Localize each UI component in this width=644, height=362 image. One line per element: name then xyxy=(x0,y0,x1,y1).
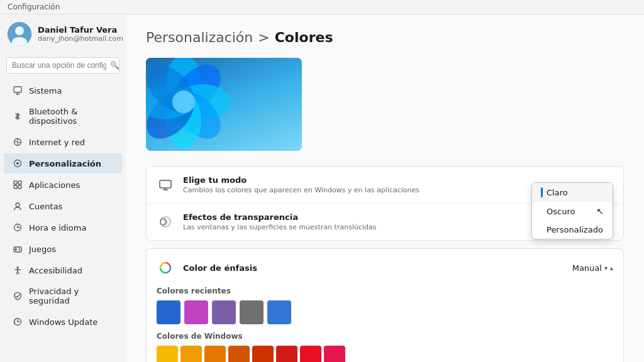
top-bar-label: Configuración xyxy=(8,3,60,11)
sidebar-label-privacidad: Privacidad y seguridad xyxy=(29,287,113,305)
nav-icon-privacidad xyxy=(13,291,23,301)
chevron-up-icon: ▴ xyxy=(610,265,613,272)
nav-icon-internet xyxy=(13,137,23,147)
windows-color-0-1[interactable] xyxy=(180,346,202,362)
recent-color-2[interactable] xyxy=(212,300,236,324)
manual-label: Manual xyxy=(572,263,602,273)
sidebar-item-sistema[interactable]: Sistema xyxy=(4,80,122,101)
row-desc-transparencia: Las ventanas y las superficies se muestr… xyxy=(183,223,579,231)
top-bar: Configuración xyxy=(0,0,644,14)
sidebar-item-personalizacion[interactable]: Personalización xyxy=(4,153,122,173)
recientes-label: Colores recientes xyxy=(157,287,613,295)
breadcrumb-separator: > xyxy=(258,30,269,45)
svg-rect-13 xyxy=(18,185,21,189)
sidebar: Daniel Tafur Vera dany_jhon@hotmail.com … xyxy=(0,14,126,362)
recent-color-3[interactable] xyxy=(240,300,264,324)
nav-icon-hora xyxy=(13,222,23,233)
windows-color-0-0[interactable] xyxy=(157,346,178,362)
windows-color-0-5[interactable] xyxy=(276,346,297,362)
dropdown-modo[interactable]: ClaroOscuro↖Personalizado xyxy=(531,182,613,239)
svg-point-22 xyxy=(19,250,20,251)
sidebar-item-juegos[interactable]: Juegos xyxy=(4,239,122,259)
color-enfasis-section: Color de énfasis Manual ▾ ▴ Colores reci… xyxy=(146,248,624,362)
svg-point-1 xyxy=(15,26,24,35)
recent-colors-grid xyxy=(157,300,613,324)
sidebar-item-windows-update[interactable]: Windows Update xyxy=(4,312,122,332)
page-header: Personalización > Colores xyxy=(146,30,624,45)
dropdown-label-claro: Claro xyxy=(547,188,568,197)
sidebar-item-privacidad[interactable]: Privacidad y seguridad xyxy=(4,282,122,310)
sidebar-item-aplicaciones[interactable]: Aplicaciones xyxy=(4,175,122,195)
breadcrumb-parent: Personalización xyxy=(146,30,253,45)
dropdown-option-personalizado[interactable]: Personalizado xyxy=(532,221,613,239)
windows-color-0-3[interactable] xyxy=(228,346,250,362)
row-title-transparencia: Efectos de transparencia xyxy=(183,212,579,222)
sidebar-label-juegos: Juegos xyxy=(29,244,56,254)
user-email: dany_jhon@hotmail.com xyxy=(38,35,123,43)
svg-point-9 xyxy=(16,162,19,165)
nav-icon-bluetooth xyxy=(13,111,23,121)
search-input[interactable] xyxy=(12,61,106,70)
app-container: Daniel Tafur Vera dany_jhon@hotmail.com … xyxy=(0,14,644,362)
settings-row-modo: Elige tu modo Cambios los colores que ap… xyxy=(147,167,623,204)
svg-rect-10 xyxy=(14,181,17,184)
breadcrumb-title: Colores xyxy=(275,30,333,45)
nav-icon-cuentas xyxy=(13,201,23,211)
svg-rect-3 xyxy=(14,87,21,92)
svg-rect-11 xyxy=(18,181,21,184)
windows-color-row-0 xyxy=(157,346,613,362)
sidebar-item-cuentas[interactable]: Cuentas xyxy=(4,196,122,216)
search-icon: 🔍 xyxy=(110,61,119,70)
sidebar-label-windows-update: Windows Update xyxy=(29,317,97,327)
recent-color-0[interactable] xyxy=(157,300,180,324)
nav-icon-personalizacion xyxy=(13,158,23,168)
chevron-down-icon: ▾ xyxy=(604,265,608,272)
nav-icon-aplicaciones xyxy=(13,180,23,190)
nav-icon-sistema xyxy=(13,85,23,96)
sidebar-label-bluetooth: Bluetooth & dispositivos xyxy=(29,107,113,126)
row-text-transparencia: Efectos de transparencia Las ventanas y … xyxy=(183,212,579,231)
windows-color-0-6[interactable] xyxy=(300,346,321,362)
row-icon-modo xyxy=(157,176,174,194)
sidebar-label-internet: Internet y red xyxy=(29,138,85,147)
svg-rect-12 xyxy=(14,185,17,189)
svg-line-27 xyxy=(18,272,19,274)
windows-preview xyxy=(146,58,302,151)
svg-point-14 xyxy=(16,203,19,207)
avatar xyxy=(8,22,31,46)
color-icon xyxy=(157,259,174,277)
dropdown-option-oscuro[interactable]: Oscuro↖ xyxy=(532,202,613,221)
cursor-indicator: ↖ xyxy=(596,206,604,216)
manual-dropdown[interactable]: Manual ▾ ▴ xyxy=(572,263,613,273)
sidebar-item-hora[interactable]: Hora e idioma xyxy=(4,217,122,238)
nav-items: SistemaBluetooth & dispositivosInternet … xyxy=(0,80,126,332)
recent-color-4[interactable] xyxy=(267,300,291,324)
color-section-title: Color de énfasis xyxy=(183,263,564,273)
dropdown-label-oscuro: Oscuro xyxy=(547,207,575,216)
sidebar-label-cuentas: Cuentas xyxy=(29,202,62,211)
dropdown-label-personalizado: Personalizado xyxy=(547,225,603,234)
sidebar-label-sistema: Sistema xyxy=(29,86,62,96)
search-box[interactable]: 🔍 xyxy=(6,57,119,74)
user-name: Daniel Tafur Vera xyxy=(38,25,123,35)
svg-point-37 xyxy=(172,90,195,113)
selected-indicator xyxy=(541,187,543,197)
dropdown-option-claro[interactable]: Claro xyxy=(532,183,613,202)
windows-flower-icon xyxy=(146,58,234,151)
windows-colors-grid xyxy=(157,346,613,362)
windows-colors-label: Colores de Windows xyxy=(157,332,613,341)
sidebar-label-hora: Hora e idioma xyxy=(29,223,86,233)
row-icon-transparencia xyxy=(157,213,174,231)
nav-icon-juegos xyxy=(13,244,23,254)
sidebar-item-internet[interactable]: Internet y red xyxy=(4,132,122,152)
color-section-header: Color de énfasis Manual ▾ ▴ xyxy=(157,259,613,277)
recent-color-1[interactable] xyxy=(184,300,208,324)
windows-color-0-2[interactable] xyxy=(204,346,226,362)
main-content: Personalización > Colores xyxy=(126,14,644,362)
sidebar-item-bluetooth[interactable]: Bluetooth & dispositivos xyxy=(4,102,122,131)
sidebar-label-aplicaciones: Aplicaciones xyxy=(29,180,80,190)
sidebar-item-accesibilidad[interactable]: Accesibilidad xyxy=(4,260,122,280)
windows-color-0-7[interactable] xyxy=(324,346,345,362)
user-profile: Daniel Tafur Vera dany_jhon@hotmail.com xyxy=(0,14,126,53)
windows-color-0-4[interactable] xyxy=(252,346,274,362)
